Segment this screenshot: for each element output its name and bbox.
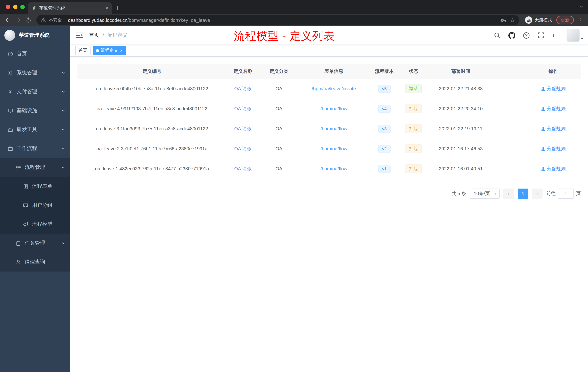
chevron-down-icon bbox=[62, 241, 65, 245]
help-icon[interactable] bbox=[521, 30, 532, 41]
sidebar-item-label: 支付管理 bbox=[17, 88, 37, 95]
cell-category: OA bbox=[259, 79, 299, 99]
url-host: dashboard.yudao.iocoder.cn bbox=[68, 17, 127, 23]
definition-name-link[interactable]: OA 请假 bbox=[234, 166, 252, 171]
cell-deploy-time: 2022-01-16 01:40:51 bbox=[427, 159, 494, 179]
sidebar-item-label: 首页 bbox=[17, 51, 27, 57]
back-button[interactable] bbox=[3, 15, 13, 25]
address-bar[interactable]: 不安全 dashboard.yudao.iocoder.cn/bpm/manag… bbox=[36, 15, 519, 25]
cell-category: OA bbox=[259, 139, 299, 159]
version-badge: v3 bbox=[378, 125, 390, 133]
assign-rule-button[interactable]: 分配规则 bbox=[541, 85, 566, 92]
sidebar-item-leave-query[interactable]: 请假查询 bbox=[0, 253, 70, 272]
browser-tab[interactable]: 芋道管理系统 × bbox=[28, 2, 112, 14]
form-link[interactable]: /bpm/oa/flow bbox=[320, 126, 347, 131]
tag-process-definition[interactable]: 流程定义 × bbox=[93, 46, 126, 55]
sidebar-item-user-group[interactable]: 用户分组 bbox=[0, 196, 70, 215]
next-page-button[interactable]: › bbox=[532, 188, 543, 198]
sidebar-item-process-model[interactable]: 流程模型 bbox=[0, 215, 70, 234]
chevron-down-icon bbox=[62, 128, 65, 131]
browser-menu-icon[interactable]: ⋮ bbox=[575, 17, 585, 23]
omnibox-divider bbox=[65, 17, 65, 22]
column-header: 定义编号 bbox=[77, 64, 227, 79]
sidebar: 芋道管理系统 首页 系统管理 ¥ 支付管理 基础设施 bbox=[0, 26, 70, 372]
sidebar-item-workflow[interactable]: 工作流程 bbox=[0, 139, 70, 158]
url-path: /bpm/manager/definition?key=oa_leave bbox=[127, 17, 210, 23]
sidebar-item-payment-management[interactable]: ¥ 支付管理 bbox=[0, 82, 70, 101]
assign-rule-label: 分配规则 bbox=[547, 165, 566, 172]
security-label[interactable]: 不安全 bbox=[49, 17, 62, 23]
sidebar-item-system-management[interactable]: 系统管理 bbox=[0, 63, 70, 82]
fullscreen-icon[interactable] bbox=[535, 30, 547, 41]
form-link[interactable]: /bpm/oa/flow bbox=[320, 106, 347, 111]
assign-rule-button[interactable]: 分配规则 bbox=[541, 145, 566, 152]
page-number-1[interactable]: 1 bbox=[518, 188, 528, 198]
sidebar-toggle-icon[interactable] bbox=[70, 26, 89, 44]
sidebar-item-dev-tools[interactable]: 研发工具 bbox=[0, 120, 70, 139]
tab-favicon bbox=[31, 5, 36, 11]
sidebar-logo[interactable]: 芋道管理系统 bbox=[0, 26, 70, 44]
version-badge: v1 bbox=[378, 165, 390, 173]
column-header: 定义分类 bbox=[259, 64, 299, 79]
form-link[interactable]: /bpm/oa/flow bbox=[320, 166, 347, 171]
sidebar-item-task-management[interactable]: 任务管理 bbox=[0, 234, 70, 253]
page-root: 芋道管理系统 × + 不安全 dashboard.yudao.iocoder.c… bbox=[0, 0, 588, 372]
table-row: oa_leave:5:004b710b-7b8a-11ec-8ef0-acde4… bbox=[77, 79, 581, 99]
version-badge: v4 bbox=[378, 105, 390, 113]
breadcrumb-current: 流程定义 bbox=[107, 32, 128, 39]
definition-name-link[interactable]: OA 请假 bbox=[234, 86, 252, 91]
column-header: 状态 bbox=[400, 64, 427, 79]
form-link[interactable]: /bpm/oa/leave/create bbox=[312, 86, 356, 91]
bookmark-star-icon[interactable]: ☆ bbox=[510, 17, 515, 23]
sidebar-item-process-form[interactable]: 流程表单 bbox=[0, 177, 70, 196]
new-tab-button[interactable]: + bbox=[112, 2, 123, 14]
pagination-goto-input[interactable] bbox=[558, 188, 574, 198]
incognito-profile-chip[interactable]: 无痕模式 bbox=[522, 16, 555, 24]
definition-name-link[interactable]: OA 请假 bbox=[234, 126, 252, 131]
table-header-row: 定义编号 定义名称 定义分类 表单信息 流程版本 状态 部署时间 操作 bbox=[77, 64, 581, 79]
url-text[interactable]: dashboard.yudao.iocoder.cn/bpm/manager/d… bbox=[68, 17, 497, 23]
cell-filler bbox=[494, 159, 526, 179]
version-badge: v2 bbox=[378, 145, 390, 153]
sidebar-item-home[interactable]: 首页 bbox=[0, 44, 70, 63]
browser-toolbar: 不安全 dashboard.yudao.iocoder.cn/bpm/manag… bbox=[0, 14, 588, 26]
page-size-select[interactable]: 10条/页 ▾ bbox=[470, 188, 500, 198]
incognito-label: 无痕模式 bbox=[535, 17, 552, 23]
font-size-icon[interactable]: TT bbox=[550, 30, 561, 41]
status-badge: 挂起 bbox=[405, 124, 422, 133]
breadcrumb-home[interactable]: 首页 bbox=[89, 32, 99, 39]
pagination-total: 共 5 条 bbox=[452, 190, 466, 197]
cell-id: oa_leave:3:1fad3d93-7b75-11ec-a3c8-acde4… bbox=[77, 119, 227, 139]
forward-button[interactable] bbox=[13, 15, 23, 25]
sidebar-item-process-management[interactable]: 流程管理 bbox=[0, 158, 70, 177]
search-icon[interactable] bbox=[492, 30, 503, 41]
user-menu[interactable]: ▾ bbox=[567, 29, 583, 42]
tags-view: 首页 流程定义 × bbox=[70, 44, 588, 57]
svg-text:T: T bbox=[556, 34, 558, 38]
definition-name-link[interactable]: OA 请假 bbox=[234, 146, 252, 151]
sidebar-item-label: 系统管理 bbox=[17, 69, 37, 76]
assign-rule-button[interactable]: 分配规则 bbox=[541, 105, 566, 112]
password-key-icon[interactable] bbox=[500, 17, 506, 23]
window-controls bbox=[6, 5, 25, 9]
window-close-button[interactable] bbox=[6, 5, 10, 9]
definition-name-link[interactable]: OA 请假 bbox=[234, 106, 252, 111]
sidebar-item-infrastructure[interactable]: 基础设施 bbox=[0, 101, 70, 120]
cell-filler bbox=[494, 119, 526, 139]
github-icon[interactable] bbox=[506, 30, 518, 41]
window-zoom-button[interactable] bbox=[20, 5, 25, 9]
window-minimize-button[interactable] bbox=[13, 5, 17, 9]
cell-id: oa_leave:5:004b710b-7b8a-11ec-8ef0-acde4… bbox=[77, 79, 227, 99]
assign-rule-button[interactable]: 分配规则 bbox=[541, 125, 566, 132]
chrome-update-button[interactable]: 更新 bbox=[556, 16, 574, 24]
reload-button[interactable] bbox=[23, 15, 33, 25]
form-link[interactable]: /bpm/oa/flow bbox=[320, 146, 347, 152]
table-row: oa_leave:4:991f2193-7b7f-11ec-a3c8-acde4… bbox=[77, 99, 581, 119]
tab-search-icon[interactable] bbox=[579, 4, 584, 9]
tag-home[interactable]: 首页 bbox=[75, 46, 91, 55]
prev-page-button[interactable]: ‹ bbox=[503, 188, 514, 198]
tab-close-icon[interactable]: × bbox=[105, 5, 108, 11]
tag-close-icon[interactable]: × bbox=[120, 48, 123, 53]
assign-rule-button[interactable]: 分配规则 bbox=[541, 165, 566, 172]
status-badge: 挂起 bbox=[405, 104, 422, 113]
